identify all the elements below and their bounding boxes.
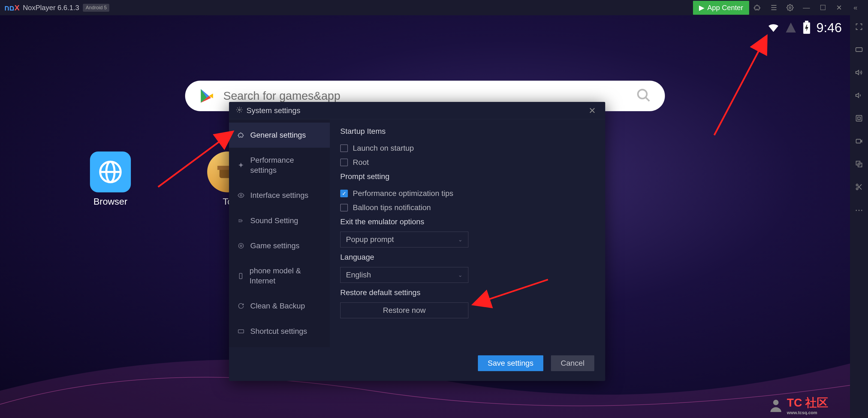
modal-titlebar: System settings ✕: [229, 102, 605, 119]
restore-now-button[interactable]: Restore now: [340, 302, 468, 318]
play-store-icon: [199, 88, 215, 104]
game-icon: [237, 243, 245, 249]
scissors-icon[interactable]: [853, 181, 865, 193]
puzzle-icon[interactable]: [749, 0, 766, 15]
svg-point-3: [638, 90, 647, 99]
svg-point-11: [240, 195, 242, 196]
svg-marker-24: [856, 93, 859, 98]
svg-rect-26: [858, 117, 860, 119]
record-icon[interactable]: [853, 135, 865, 147]
select-value: Popup prompt: [346, 235, 394, 244]
checkbox-icon: [340, 159, 348, 166]
watermark-icon: [768, 397, 784, 413]
language-select[interactable]: English ⌄: [340, 267, 468, 283]
settings-content: Startup Items Launch on startup Root Pro…: [330, 119, 605, 347]
android-badge: Android 5: [83, 4, 109, 12]
app-center-label: App Center: [707, 4, 743, 12]
multi-instance-icon[interactable]: [853, 158, 865, 170]
exit-section-title: Exit the emulator options: [340, 218, 594, 226]
settings-sidebar: General settings ✦ Performance settings …: [229, 119, 330, 347]
search-input[interactable]: [223, 89, 636, 102]
nox-logo: ח‎םX: [4, 3, 20, 12]
startup-section-title: Startup Items: [340, 127, 594, 136]
clock: 9:46: [816, 20, 842, 35]
close-button[interactable]: ✕: [831, 0, 847, 15]
modal-close-button[interactable]: ✕: [586, 105, 598, 116]
sidebar-item-sound[interactable]: Sound Setting: [229, 208, 330, 233]
app-center-button[interactable]: ▶ App Center: [693, 1, 749, 15]
eye-icon: [237, 192, 245, 199]
perf-tips-checkbox[interactable]: ✓ Performance optimization tips: [340, 186, 594, 200]
search-icon[interactable]: [636, 88, 651, 104]
exit-option-select[interactable]: Popup prompt ⌄: [340, 232, 468, 248]
play-icon: ▶: [699, 4, 705, 12]
volume-down-icon[interactable]: [853, 89, 865, 101]
screenshot-icon[interactable]: [853, 112, 865, 124]
sidebar-item-clean[interactable]: Clean & Backup: [229, 293, 330, 319]
sound-icon: [237, 218, 245, 224]
minimize-button[interactable]: —: [798, 0, 814, 15]
sidebar-item-label: Clean & Backup: [250, 301, 305, 311]
sidebar-item-label: Performance settings: [250, 155, 322, 175]
prompt-section-title: Prompt setting: [340, 172, 594, 181]
titlebar: ח‎םX NoxPlayer 6.6.1.3 Android 5 ▶ App C…: [0, 0, 868, 15]
fullscreen-icon[interactable]: [853, 21, 865, 33]
svg-point-12: [239, 243, 243, 248]
svg-marker-23: [856, 70, 859, 75]
keyboard-icon[interactable]: [853, 43, 865, 56]
balloon-tips-checkbox[interactable]: Balloon tips notification: [340, 200, 594, 215]
restore-label: Restore now: [383, 306, 426, 315]
right-toolbar: ⋯: [850, 15, 868, 418]
browser-app-icon[interactable]: Browser: [90, 152, 131, 207]
checkbox-label: Balloon tips notification: [353, 203, 431, 212]
system-settings-modal: System settings ✕ General settings ✦ Per…: [229, 102, 605, 381]
svg-rect-14: [239, 273, 242, 279]
sidebar-item-game[interactable]: Game settings: [229, 233, 330, 258]
svg-rect-2: [805, 21, 808, 22]
watermark-url: www.tcsq.com: [787, 410, 828, 415]
sidebar-item-phone[interactable]: phone model & Internet: [229, 258, 330, 293]
puzzle-icon: [237, 132, 245, 138]
sidebar-item-interface[interactable]: Interface settings: [229, 183, 330, 208]
sidebar-item-label: phone model & Internet: [249, 266, 322, 286]
desktop: 9:46 Browser To: [0, 15, 850, 418]
volume-up-icon[interactable]: [853, 66, 865, 78]
save-settings-button[interactable]: Save settings: [478, 355, 543, 371]
checkbox-icon: [340, 144, 348, 152]
cancel-button[interactable]: Cancel: [551, 355, 594, 371]
svg-rect-27: [856, 139, 861, 143]
svg-rect-15: [238, 330, 244, 333]
gear-icon[interactable]: [782, 0, 798, 15]
sparkle-icon: ✦: [237, 160, 245, 170]
select-value: English: [346, 270, 371, 279]
sidebar-item-performance[interactable]: ✦ Performance settings: [229, 148, 330, 183]
watermark: TC 社区 www.tcsq.com: [768, 395, 828, 415]
sidebar-item-label: Interface settings: [250, 190, 308, 200]
sidebar-item-label: Shortcut settings: [250, 326, 307, 336]
restore-section-title: Restore default settings: [340, 288, 594, 297]
collapse-button[interactable]: «: [847, 0, 864, 15]
signal-icon: [785, 22, 797, 34]
maximize-button[interactable]: ☐: [814, 0, 831, 15]
language-section-title: Language: [340, 253, 594, 262]
annotation-arrow: [709, 32, 790, 140]
wifi-icon: [767, 21, 780, 34]
svg-point-10: [239, 109, 240, 110]
root-checkbox[interactable]: Root: [340, 155, 594, 169]
checkbox-label: Root: [353, 158, 369, 167]
more-icon[interactable]: ⋯: [853, 204, 865, 216]
checkbox-checked-icon: ✓: [340, 190, 348, 197]
sidebar-item-general[interactable]: General settings: [229, 123, 330, 148]
modal-footer: Save settings Cancel: [229, 347, 605, 381]
menu-icon[interactable]: ☰: [766, 0, 782, 15]
sidebar-item-label: Sound Setting: [250, 216, 298, 226]
sidebar-item-shortcut[interactable]: Shortcut settings: [229, 319, 330, 344]
svg-line-4: [646, 97, 649, 101]
chevron-down-icon: ⌄: [458, 272, 463, 278]
launch-on-startup-checkbox[interactable]: Launch on startup: [340, 141, 594, 155]
browser-label: Browser: [94, 196, 128, 207]
sidebar-item-label: Game settings: [250, 241, 300, 251]
checkbox-label: Performance optimization tips: [353, 189, 453, 198]
svg-line-18: [714, 37, 766, 135]
gear-icon: [236, 106, 243, 115]
